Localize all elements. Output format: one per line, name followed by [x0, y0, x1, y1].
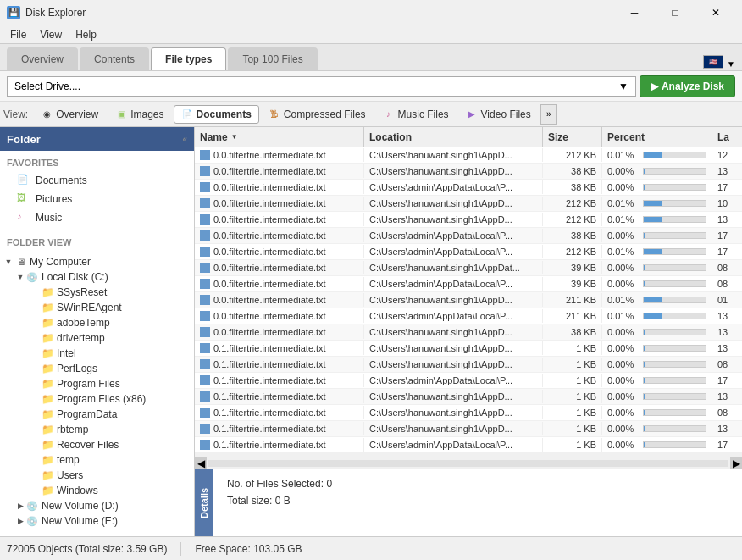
scroll-right-button[interactable]: ▶	[730, 457, 742, 469]
tab-top100[interactable]: Top 100 Files	[228, 47, 317, 70]
view-tab-images[interactable]: ▣ Images	[108, 105, 171, 124]
tree-new-volume-e[interactable]: ▶ 💿 New Volume (E:)	[0, 513, 194, 529]
cell-location: C:\Users\hanuwant.singh1\AppD...	[364, 293, 543, 307]
table-row[interactable]: 0.1.filtertrie.intermediate.txtC:\Users\…	[195, 421, 742, 437]
table-row[interactable]: 0.0.filtertrie.intermediate.txtC:\Users\…	[195, 260, 742, 276]
tree-recover-files[interactable]: 📁 Recover Files	[0, 437, 194, 452]
table-row[interactable]: 0.1.filtertrie.intermediate.txtC:\Users\…	[195, 437, 742, 453]
table-row[interactable]: 0.0.filtertrie.intermediate.txtC:\Users\…	[195, 196, 742, 212]
tree-windows[interactable]: 📁 Windows	[0, 483, 194, 498]
scroll-left-button[interactable]: ◀	[195, 457, 207, 469]
cell-percent: 0.01%	[602, 197, 712, 210]
cell-location: C:\Users\admin\AppData\Local\P...	[364, 245, 543, 258]
percent-bar-bg	[643, 361, 706, 368]
table-row[interactable]: 0.0.filtertrie.intermediate.txtC:\Users\…	[195, 180, 742, 196]
menu-help[interactable]: Help	[69, 27, 103, 42]
menu-file[interactable]: File	[3, 27, 33, 42]
percent-bar-bg	[643, 425, 706, 432]
tab-contents[interactable]: Contents	[80, 47, 149, 70]
view-tab-music[interactable]: ♪ Music Files	[375, 105, 457, 124]
view-tab-video[interactable]: ▶ Video Files	[458, 105, 539, 124]
tree-program-files-x86[interactable]: 📁 Program Files (x86)	[0, 391, 194, 407]
cell-percent: 0.00%	[602, 390, 712, 403]
video-icon: ▶	[466, 108, 478, 120]
table-row[interactable]: 0.1.filtertrie.intermediate.txtC:\Users\…	[195, 405, 742, 421]
horizontal-scrollbar[interactable]: ◀ ▶	[195, 457, 742, 469]
sidebar-item-music[interactable]: ♪ Music	[0, 208, 194, 227]
tree-intel[interactable]: 📁 Intel	[0, 346, 194, 361]
tree-programdata[interactable]: 📁 ProgramData	[0, 407, 194, 422]
tab-file-types[interactable]: File types	[151, 47, 226, 70]
col-location[interactable]: Location	[364, 127, 543, 147]
cell-last: 12	[712, 148, 742, 162]
tree-rbtemp[interactable]: 📁 rbtemp	[0, 422, 194, 437]
sidebar: Folder « Favorites 📄 Documents 🖼 Picture…	[0, 127, 195, 536]
tree-perflogs[interactable]: 📁 PerfLogs	[0, 361, 194, 376]
cell-percent: 0.00%	[602, 180, 712, 194]
folder-perflogs-icon: 📁	[41, 363, 54, 374]
view-tab-compressed[interactable]: 🗜 Compressed Files	[261, 105, 374, 124]
view-tab-documents[interactable]: 📄 Documents	[174, 105, 259, 124]
tree-program-files[interactable]: 📁 Program Files	[0, 376, 194, 391]
col-size[interactable]: Size	[543, 127, 602, 147]
tree-temp[interactable]: 📁 temp	[0, 452, 194, 468]
drive-select[interactable]: Select Drive.... ▼	[7, 76, 636, 97]
toggle-my-computer[interactable]: ▼	[3, 257, 14, 267]
sidebar-item-pictures[interactable]: 🖼 Pictures	[0, 190, 194, 208]
table-row[interactable]: 0.0.filtertrie.intermediate.txtC:\Users\…	[195, 276, 742, 292]
sidebar-item-documents[interactable]: 📄 Documents	[0, 171, 194, 190]
analyze-disk-button[interactable]: ▶ Analyze Disk	[640, 75, 735, 97]
cell-name: 0.1.filtertrie.intermediate.txt	[195, 406, 364, 419]
table-row[interactable]: 0.0.filtertrie.intermediate.txtC:\Users\…	[195, 308, 742, 324]
folder-rbtemp-icon: 📁	[41, 424, 54, 435]
col-last[interactable]: La	[712, 127, 742, 147]
table-row[interactable]: 0.1.filtertrie.intermediate.txtC:\Users\…	[195, 389, 742, 405]
toggle-volume-e[interactable]: ▶	[15, 516, 25, 526]
cell-size: 1 KB	[543, 374, 602, 387]
pictures-folder-icon: 🖼	[17, 192, 30, 206]
table-row[interactable]: 0.0.filtertrie.intermediate.txtC:\Users\…	[195, 228, 742, 244]
tree-local-disk-c[interactable]: ▼ 💿 Local Disk (C:)	[0, 269, 194, 285]
menu-view[interactable]: View	[33, 27, 69, 42]
cell-location: C:\Users\hanuwant.singh1\AppD...	[364, 341, 543, 355]
tree-swinreagent[interactable]: 📁 SWinREAgent	[0, 300, 194, 315]
table-row[interactable]: 0.1.filtertrie.intermediate.txtC:\Users\…	[195, 357, 742, 373]
tree-adobetemp[interactable]: 📁 adobeTemp	[0, 315, 194, 330]
cell-location: C:\Users\admin\AppData\Local\P...	[364, 180, 543, 194]
toggle-local-disk-c[interactable]: ▼	[15, 272, 25, 282]
file-icon	[200, 408, 210, 418]
close-button[interactable]: ✕	[696, 0, 735, 25]
table-row[interactable]: 0.0.filtertrie.intermediate.txtC:\Users\…	[195, 324, 742, 341]
tree-new-volume-d[interactable]: ▶ 💿 New Volume (D:)	[0, 498, 194, 513]
details-area: Details No. of Files Selected: 0 Total s…	[195, 469, 742, 536]
col-name[interactable]: Name ▼	[195, 127, 364, 147]
percent-bar-bg	[643, 393, 706, 400]
flag-dropdown[interactable]: ▼	[727, 59, 735, 69]
tree-my-computer[interactable]: ▼ 🖥 My Computer	[0, 254, 194, 269]
tree-drivertemp[interactable]: 📁 drivertemp	[0, 330, 194, 346]
cell-name: 0.0.filtertrie.intermediate.txt	[195, 180, 364, 194]
tree-users[interactable]: 📁 Users	[0, 468, 194, 483]
view-tab-overview[interactable]: ◉ Overview	[33, 105, 106, 124]
minimize-button[interactable]: ─	[615, 0, 654, 25]
table-header: Name ▼ Location Size Percent La	[195, 127, 742, 147]
tree-ssysreset[interactable]: 📁 SSysReset	[0, 285, 194, 300]
overview-icon: ◉	[41, 108, 53, 120]
file-table-body[interactable]: 0.0.filtertrie.intermediate.txtC:\Users\…	[195, 147, 742, 457]
table-row[interactable]: 0.1.filtertrie.intermediate.txtC:\Users\…	[195, 341, 742, 357]
cell-name: 0.1.filtertrie.intermediate.txt	[195, 341, 364, 355]
table-row[interactable]: 0.0.filtertrie.intermediate.txtC:\Users\…	[195, 212, 742, 228]
tab-overview[interactable]: Overview	[7, 47, 78, 70]
view-more-button[interactable]: »	[540, 104, 557, 125]
table-row[interactable]: 0.0.filtertrie.intermediate.txtC:\Users\…	[195, 244, 742, 260]
table-row[interactable]: 0.0.filtertrie.intermediate.txtC:\Users\…	[195, 292, 742, 308]
table-row[interactable]: 0.0.filtertrie.intermediate.txtC:\Users\…	[195, 147, 742, 164]
maximize-button[interactable]: □	[656, 0, 695, 25]
toggle-volume-d[interactable]: ▶	[15, 501, 25, 511]
sidebar-collapse-button[interactable]: «	[182, 135, 187, 144]
file-icon	[200, 230, 210, 241]
table-row[interactable]: 0.1.filtertrie.intermediate.txtC:\Users\…	[195, 373, 742, 389]
table-row[interactable]: 0.0.filtertrie.intermediate.txtC:\Users\…	[195, 164, 742, 180]
folder-programdata-icon: 📁	[41, 408, 54, 420]
col-percent[interactable]: Percent	[602, 127, 712, 147]
